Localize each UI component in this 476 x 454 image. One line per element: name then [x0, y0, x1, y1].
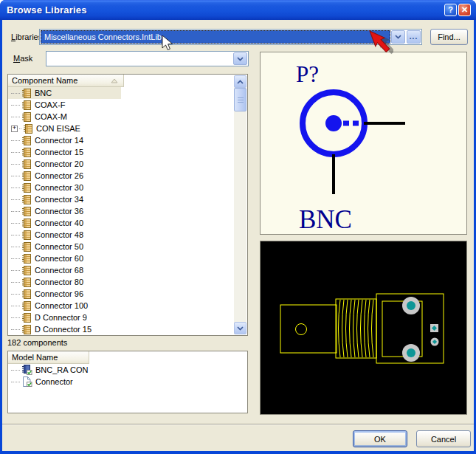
model-row[interactable]: Connector — [8, 376, 246, 388]
libraries-label: Libraries — [11, 32, 42, 41]
red-annotation-arrow — [355, 24, 393, 69]
component-row[interactable]: Connector 15 — [8, 146, 234, 158]
tree-line — [11, 140, 20, 141]
mask-combobox[interactable] — [46, 51, 249, 66]
component-chip-icon — [21, 313, 32, 323]
mask-dropdown-button[interactable] — [233, 52, 247, 65]
expand-icon[interactable]: + — [11, 125, 18, 132]
close-button[interactable]: ✕ — [458, 4, 471, 16]
footprint-preview-panel — [260, 241, 467, 415]
component-chip-icon — [21, 242, 32, 252]
tree-line — [11, 329, 20, 330]
component-name: Connector 26 — [35, 171, 83, 180]
component-count-status: 182 components — [7, 338, 67, 347]
component-row[interactable]: D Connector 9 — [8, 312, 234, 323]
component-chip-icon — [21, 159, 32, 169]
mask-input[interactable] — [47, 52, 232, 65]
model-row[interactable]: BNC_RA CON — [8, 364, 246, 376]
help-button[interactable]: ? — [444, 4, 457, 16]
chevron-down-icon — [395, 35, 401, 39]
tree-line — [11, 317, 20, 318]
component-list: Component Name BNCCOAX-FCOAX-M+CON EISAE… — [7, 74, 248, 336]
ok-button[interactable]: OK — [353, 430, 407, 447]
component-row[interactable]: +CON EISAE — [8, 123, 234, 134]
schematic-preview-canvas: P? BNC — [261, 52, 466, 234]
thumb-grip — [238, 97, 244, 98]
cancel-button[interactable]: Cancel — [416, 430, 471, 447]
component-name: Connector 34 — [35, 195, 83, 204]
component-row[interactable]: Connector 34 — [8, 193, 234, 205]
component-row[interactable]: Connector 80 — [8, 276, 234, 288]
component-row[interactable]: Connector 68 — [8, 264, 234, 276]
model-name: BNC_RA CON — [35, 365, 89, 374]
libraries-selected-value[interactable]: Miscellaneous Connectors.IntLib — [41, 30, 390, 44]
component-name: Connector 20 — [35, 159, 83, 168]
component-name: COAX-M — [35, 112, 67, 121]
tree-line — [11, 247, 20, 247]
component-name: Connector 36 — [35, 207, 83, 216]
component-row[interactable]: Connector 40 — [8, 217, 234, 229]
component-row[interactable]: COAX-M — [8, 111, 234, 123]
component-name: Connector 40 — [35, 219, 83, 227]
footer-divider — [2, 424, 474, 425]
tree-line — [11, 152, 20, 153]
component-row[interactable]: D Connector 15 — [8, 323, 234, 335]
component-chip-icon — [21, 278, 32, 287]
title-bar[interactable]: Browse Libraries ? ✕ — [0, 0, 476, 20]
schematic-preview-panel: P? BNC — [260, 52, 467, 235]
window-title: Browse Libraries — [0, 4, 87, 16]
sort-ascending-icon — [111, 78, 118, 83]
model-name-column-header[interactable]: Model Name — [8, 351, 89, 364]
component-list-scrollbar[interactable] — [234, 75, 246, 334]
tree-line — [11, 223, 20, 224]
component-row[interactable]: Connector 20 — [8, 158, 234, 170]
component-name: BNC — [35, 89, 52, 97]
mask-label: Mask — [13, 54, 32, 63]
component-chip-icon — [21, 89, 32, 98]
component-row[interactable]: BNC — [8, 87, 234, 99]
component-row[interactable]: Connector 50 — [8, 241, 234, 252]
footprint-preview-canvas — [261, 241, 466, 414]
component-name: COAX-F — [35, 100, 66, 109]
component-name: Connector 14 — [35, 136, 83, 145]
chevron-up-icon — [237, 80, 244, 84]
tree-line — [11, 258, 20, 259]
component-name: Connector 100 — [35, 301, 88, 310]
component-row[interactable]: Connector 14 — [8, 134, 234, 146]
component-chip-icon — [21, 207, 32, 216]
mouse-cursor — [162, 35, 173, 51]
chevron-down-icon — [237, 57, 244, 61]
browse-libraries-dialog: Browse Libraries ? ✕ Libraries Miscellan… — [0, 0, 476, 454]
component-chip-icon — [21, 219, 32, 228]
component-name: Connector 60 — [35, 254, 83, 263]
simulation-model-icon — [21, 376, 32, 387]
component-row[interactable]: Connector 60 — [8, 252, 234, 264]
component-name: Connector 48 — [35, 230, 83, 239]
component-row[interactable]: Connector 100 — [8, 300, 234, 312]
tree-line — [11, 306, 20, 306]
component-row[interactable]: Connector 26 — [8, 170, 234, 182]
model-name: Connector — [35, 377, 73, 386]
model-rows: BNC_RA CONConnector — [8, 364, 246, 413]
tree-line — [11, 270, 20, 271]
component-row[interactable]: Connector 96 — [8, 288, 234, 300]
component-row[interactable]: COAX-F — [8, 99, 234, 111]
scroll-down-button[interactable] — [234, 322, 246, 334]
component-row[interactable]: Connector 48 — [8, 229, 234, 241]
find-button[interactable]: Find... — [430, 29, 468, 45]
scroll-up-button[interactable] — [234, 75, 246, 88]
component-name: Connector 50 — [35, 242, 83, 251]
component-name: Connector 80 — [35, 278, 83, 286]
component-name-text: BNC — [299, 205, 352, 234]
scrollbar-thumb[interactable] — [234, 88, 246, 111]
component-row[interactable]: Connector 30 — [8, 182, 234, 193]
designator-text: P? — [296, 61, 319, 87]
component-name: D Connector 9 — [35, 313, 87, 322]
component-row[interactable]: Connector 36 — [8, 205, 234, 217]
dialog-body: Libraries Miscellaneous Connectors.IntLi… — [2, 20, 474, 451]
tree-line — [11, 294, 20, 295]
component-chip-icon — [21, 325, 32, 334]
component-chip-icon — [21, 254, 32, 264]
component-name-column-header[interactable]: Component Name — [8, 75, 124, 87]
libraries-browse-button[interactable]: ... — [407, 30, 421, 44]
